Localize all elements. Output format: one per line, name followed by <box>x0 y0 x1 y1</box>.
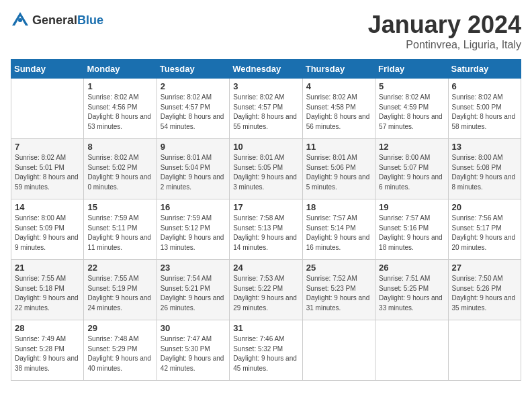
day-number: 19 <box>379 202 444 212</box>
table-row: 14 Sunrise: 8:00 AMSunset: 5:09 PMDaylig… <box>11 199 84 260</box>
calendar-body: 1 Sunrise: 8:02 AMSunset: 4:56 PMDayligh… <box>11 79 521 381</box>
cell-info: Sunrise: 7:48 AMSunset: 5:29 PMDaylight:… <box>87 335 151 372</box>
day-number: 13 <box>452 142 517 152</box>
page-header: GeneralBlue January 2024 Pontinvrea, Lig… <box>11 11 521 51</box>
table-row: 27 Sunrise: 7:50 AMSunset: 5:26 PMDaylig… <box>448 260 521 320</box>
table-row: 7 Sunrise: 8:02 AMSunset: 5:01 PMDayligh… <box>11 139 84 199</box>
cell-info: Sunrise: 7:49 AMSunset: 5:28 PMDaylight:… <box>15 335 79 372</box>
table-row: 30 Sunrise: 7:47 AMSunset: 5:30 PMDaylig… <box>157 320 229 381</box>
cell-info: Sunrise: 7:54 AMSunset: 5:21 PMDaylight:… <box>161 275 224 312</box>
table-row <box>375 320 448 381</box>
table-row: 18 Sunrise: 7:57 AMSunset: 5:14 PMDaylig… <box>302 199 375 260</box>
table-row: 24 Sunrise: 7:53 AMSunset: 5:22 PMDaylig… <box>230 260 302 320</box>
table-row: 21 Sunrise: 7:55 AMSunset: 5:18 PMDaylig… <box>11 260 84 320</box>
table-row: 25 Sunrise: 7:52 AMSunset: 5:23 PMDaylig… <box>302 260 375 320</box>
logo: GeneralBlue <box>11 11 103 30</box>
table-row: 26 Sunrise: 7:51 AMSunset: 5:25 PMDaylig… <box>375 260 448 320</box>
day-number: 10 <box>233 142 298 152</box>
day-number: 29 <box>87 323 152 333</box>
table-row: 17 Sunrise: 7:58 AMSunset: 5:13 PMDaylig… <box>230 199 302 260</box>
table-row: 23 Sunrise: 7:54 AMSunset: 5:21 PMDaylig… <box>157 260 229 320</box>
table-row: 6 Sunrise: 8:02 AMSunset: 5:00 PMDayligh… <box>448 79 521 139</box>
table-row <box>302 320 375 381</box>
cell-info: Sunrise: 7:56 AMSunset: 5:17 PMDaylight:… <box>452 214 516 251</box>
cell-info: Sunrise: 7:57 AMSunset: 5:16 PMDaylight:… <box>379 214 443 251</box>
day-number: 22 <box>87 263 152 273</box>
day-number: 27 <box>452 263 517 273</box>
logo-text-blue: Blue <box>77 13 103 27</box>
day-number: 14 <box>15 202 80 212</box>
table-row: 4 Sunrise: 8:02 AMSunset: 4:58 PMDayligh… <box>302 79 375 139</box>
cell-info: Sunrise: 8:01 AMSunset: 5:05 PMDaylight:… <box>233 154 297 191</box>
cell-info: Sunrise: 8:00 AMSunset: 5:07 PMDaylight:… <box>379 154 443 191</box>
table-row: 10 Sunrise: 8:01 AMSunset: 5:05 PMDaylig… <box>230 139 302 199</box>
cell-info: Sunrise: 8:00 AMSunset: 5:08 PMDaylight:… <box>452 154 516 191</box>
cell-info: Sunrise: 7:50 AMSunset: 5:26 PMDaylight:… <box>452 275 516 312</box>
col-sunday: Sunday <box>11 60 84 79</box>
cell-info: Sunrise: 7:55 AMSunset: 5:18 PMDaylight:… <box>15 275 79 312</box>
cell-info: Sunrise: 8:02 AMSunset: 5:01 PMDaylight:… <box>15 154 79 191</box>
cell-info: Sunrise: 7:59 AMSunset: 5:12 PMDaylight:… <box>161 214 224 251</box>
cell-info: Sunrise: 8:02 AMSunset: 4:56 PMDaylight:… <box>87 93 151 130</box>
day-number: 31 <box>233 323 298 333</box>
cell-info: Sunrise: 7:59 AMSunset: 5:11 PMDaylight:… <box>87 214 151 251</box>
table-row: 5 Sunrise: 8:02 AMSunset: 4:59 PMDayligh… <box>375 79 448 139</box>
day-number: 17 <box>233 202 298 212</box>
table-row: 1 Sunrise: 8:02 AMSunset: 4:56 PMDayligh… <box>84 79 157 139</box>
day-number: 30 <box>161 323 226 333</box>
cell-info: Sunrise: 7:57 AMSunset: 5:14 PMDaylight:… <box>306 214 370 251</box>
cell-info: Sunrise: 7:46 AMSunset: 5:32 PMDaylight:… <box>233 335 297 372</box>
day-number: 4 <box>306 81 371 91</box>
day-number: 18 <box>306 202 371 212</box>
col-friday: Friday <box>375 60 448 79</box>
cell-info: Sunrise: 8:02 AMSunset: 5:00 PMDaylight:… <box>452 93 516 130</box>
day-number: 2 <box>161 81 226 91</box>
col-wednesday: Wednesday <box>230 60 302 79</box>
day-number: 7 <box>15 142 80 152</box>
cell-info: Sunrise: 8:01 AMSunset: 5:06 PMDaylight:… <box>306 154 370 191</box>
svg-point-2 <box>18 18 22 22</box>
title-block: January 2024 Pontinvrea, Liguria, Italy <box>368 11 521 51</box>
table-row: 12 Sunrise: 8:00 AMSunset: 5:07 PMDaylig… <box>375 139 448 199</box>
cell-info: Sunrise: 8:02 AMSunset: 5:02 PMDaylight:… <box>87 154 151 191</box>
cell-info: Sunrise: 7:47 AMSunset: 5:30 PMDaylight:… <box>161 335 224 372</box>
table-row: 9 Sunrise: 8:01 AMSunset: 5:04 PMDayligh… <box>157 139 229 199</box>
day-number: 9 <box>161 142 226 152</box>
day-number: 5 <box>379 81 444 91</box>
cell-info: Sunrise: 7:51 AMSunset: 5:25 PMDaylight:… <box>379 275 443 312</box>
cell-info: Sunrise: 7:53 AMSunset: 5:22 PMDaylight:… <box>233 275 297 312</box>
table-row: 22 Sunrise: 7:55 AMSunset: 5:19 PMDaylig… <box>84 260 157 320</box>
table-row: 11 Sunrise: 8:01 AMSunset: 5:06 PMDaylig… <box>302 139 375 199</box>
day-number: 11 <box>306 142 371 152</box>
calendar-table: Sunday Monday Tuesday Wednesday Thursday… <box>11 59 521 381</box>
calendar-header: Sunday Monday Tuesday Wednesday Thursday… <box>11 60 521 79</box>
day-number: 25 <box>306 263 371 273</box>
month-title: January 2024 <box>368 11 521 39</box>
location-title: Pontinvrea, Liguria, Italy <box>368 39 521 51</box>
table-row: 13 Sunrise: 8:00 AMSunset: 5:08 PMDaylig… <box>448 139 521 199</box>
day-number: 6 <box>452 81 517 91</box>
table-row: 29 Sunrise: 7:48 AMSunset: 5:29 PMDaylig… <box>84 320 157 381</box>
day-number: 23 <box>161 263 226 273</box>
col-saturday: Saturday <box>448 60 521 79</box>
table-row: 19 Sunrise: 7:57 AMSunset: 5:16 PMDaylig… <box>375 199 448 260</box>
cell-info: Sunrise: 7:55 AMSunset: 5:19 PMDaylight:… <box>87 275 151 312</box>
col-tuesday: Tuesday <box>157 60 229 79</box>
table-row: 28 Sunrise: 7:49 AMSunset: 5:28 PMDaylig… <box>11 320 84 381</box>
cell-info: Sunrise: 7:52 AMSunset: 5:23 PMDaylight:… <box>306 275 370 312</box>
day-number: 16 <box>161 202 226 212</box>
table-row: 8 Sunrise: 8:02 AMSunset: 5:02 PMDayligh… <box>84 139 157 199</box>
day-number: 21 <box>15 263 80 273</box>
day-number: 3 <box>233 81 298 91</box>
table-row <box>11 79 84 139</box>
cell-info: Sunrise: 8:00 AMSunset: 5:09 PMDaylight:… <box>15 214 79 251</box>
cell-info: Sunrise: 7:58 AMSunset: 5:13 PMDaylight:… <box>233 214 297 251</box>
table-row: 3 Sunrise: 8:02 AMSunset: 4:57 PMDayligh… <box>230 79 302 139</box>
day-number: 15 <box>87 202 152 212</box>
cell-info: Sunrise: 8:02 AMSunset: 4:57 PMDaylight:… <box>233 93 297 130</box>
cell-info: Sunrise: 8:02 AMSunset: 4:58 PMDaylight:… <box>306 93 370 130</box>
day-number: 12 <box>379 142 444 152</box>
cell-info: Sunrise: 8:01 AMSunset: 5:04 PMDaylight:… <box>161 154 224 191</box>
day-number: 24 <box>233 263 298 273</box>
logo-icon <box>11 11 30 30</box>
